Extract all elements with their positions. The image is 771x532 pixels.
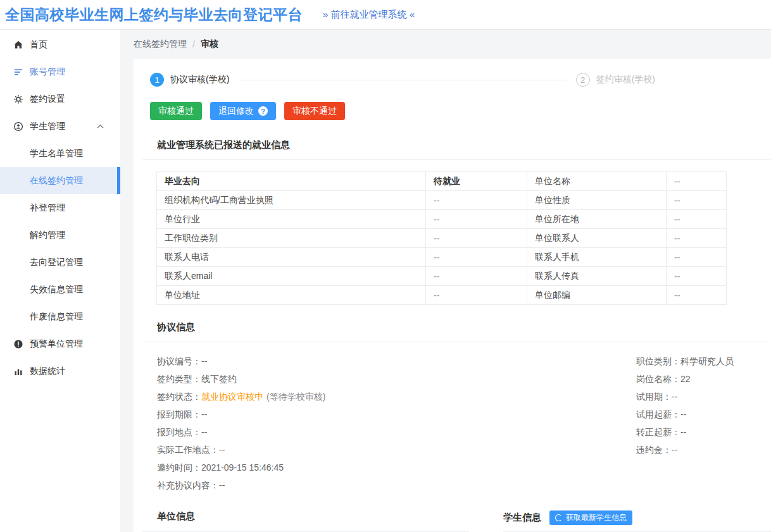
breadcrumb: 在线签约管理 / 审核 (120, 30, 771, 59)
sidebar-item-account[interactable]: 账号管理 (0, 58, 120, 85)
sidebar-item-online-signing[interactable]: 在线签约管理 (0, 167, 120, 194)
info-row-regular-salary: 转正起薪：-- (636, 423, 771, 441)
table-cell: 待就业 (426, 172, 527, 191)
approve-button[interactable]: 审核通过 (150, 102, 202, 120)
home-icon (13, 40, 23, 50)
sidebar-item-label: 作废信息管理 (30, 311, 83, 323)
student-info-title: 学生信息 (503, 512, 541, 524)
main-area: 在线签约管理 / 审核 1 协议审核(学校) 2 签约审核(学校) (120, 30, 771, 532)
info-row-penalty: 违约金：-- (636, 441, 771, 459)
info-label: 实际工作地点： (157, 445, 219, 455)
info-value: -- (219, 480, 225, 490)
step-connector-line (238, 80, 567, 80)
sidebar-item-label: 首页 (30, 39, 47, 51)
refresh-student-info-button[interactable]: 获取最新学生信息 (549, 510, 632, 525)
company-info-title: 单位信息 (157, 510, 469, 523)
send-back-button-label: 退回修改 (218, 106, 254, 117)
info-row-supplement-content: 补充协议内容：-- (157, 476, 771, 494)
agreement-info-title: 协议信息 (157, 321, 771, 333)
warning-icon (13, 339, 23, 349)
info-label: 签约类型： (157, 374, 201, 384)
table-row: 组织机构代码/工商营业执照 -- 单位性质 -- (157, 191, 727, 210)
table-row: 单位地址 -- 单位邮编 -- (157, 286, 727, 305)
info-row-probation: 试用期：-- (636, 388, 771, 405)
send-back-button[interactable]: 退回修改 ? (210, 102, 276, 120)
sidebar-item-home[interactable]: 首页 (0, 31, 120, 58)
question-mark-icon: ? (258, 106, 268, 116)
steps: 1 协议审核(学校) 2 签约审核(学校) (150, 73, 771, 87)
info-value: -- (201, 356, 207, 366)
breadcrumb-current: 审核 (201, 39, 218, 50)
info-label: 签约状态： (157, 392, 201, 402)
info-label: 试用起薪： (636, 409, 680, 419)
table-cell: -- (426, 229, 527, 248)
table-cell: 联系人传真 (527, 267, 667, 286)
sidebar-item-invalid-info[interactable]: 失效信息管理 (0, 276, 120, 303)
sidebar-item-label: 数据统计 (30, 366, 65, 377)
table-row: 毕业去向 待就业 单位名称 -- (157, 172, 727, 191)
portal-link[interactable]: » 前往就业管理系统 « (323, 9, 415, 21)
table-cell: -- (667, 286, 727, 305)
sidebar-item-label: 学生管理 (30, 121, 65, 132)
info-value: -- (201, 409, 207, 419)
sidebar-item-voided-info[interactable]: 作废信息管理 (0, 303, 120, 330)
action-buttons: 审核通过 退回修改 ? 审核不通过 (150, 102, 771, 120)
reject-button[interactable]: 审核不通过 (284, 102, 345, 120)
table-cell: -- (426, 210, 527, 229)
info-row-position-name: 岗位名称：22 (636, 370, 771, 388)
table-cell: 毕业去向 (157, 172, 426, 191)
gear-icon (13, 94, 23, 104)
sidebar-item-destination-reg[interactable]: 去向登记管理 (0, 249, 120, 276)
sidebar-item-label: 账号管理 (30, 66, 65, 78)
info-value: 2021-09-15 15:46:45 (201, 462, 284, 473)
app-header: 全国高校毕业生网上签约与毕业去向登记平台 » 前往就业管理系统 « (0, 0, 771, 30)
table-row: 联系人电话 -- 联系人手机 -- (157, 248, 727, 267)
table-cell: -- (667, 172, 727, 191)
table-cell: 单位地址 (157, 286, 426, 305)
info-row-invite-time: 邀约时间：2021-09-15 15:46:45 (157, 459, 771, 476)
refresh-icon (555, 514, 562, 521)
sidebar-item-statistics[interactable]: 数据统计 (0, 357, 120, 385)
sidebar-item-student-mgmt[interactable]: 学生管理 (0, 113, 120, 140)
student-info-section: 学生信息 获取最新学生信息 (503, 510, 771, 532)
info-label: 岗位名称： (636, 374, 680, 384)
sidebar-item-label: 失效信息管理 (30, 284, 83, 295)
sidebar-item-label: 去向登记管理 (30, 257, 83, 268)
sidebar-item-label: 补登管理 (30, 202, 65, 214)
info-value: -- (219, 445, 225, 455)
info-value: -- (672, 392, 677, 402)
info-value: -- (680, 427, 686, 437)
sidebar-item-label: 解约管理 (30, 230, 65, 241)
info-label: 邀约时间： (157, 462, 201, 473)
app-title: 全国高校毕业生网上签约与毕业去向登记平台 (5, 5, 303, 25)
info-label: 违约金： (636, 445, 672, 455)
info-label: 报到期限： (157, 409, 201, 419)
account-list-icon (13, 67, 23, 77)
status-badge: 就业协议审核中 (201, 392, 263, 402)
table-cell: -- (667, 267, 727, 286)
step-1-circle: 1 (150, 73, 164, 87)
refresh-button-label: 获取最新学生信息 (566, 512, 627, 523)
table-cell: -- (667, 210, 727, 229)
breadcrumb-parent[interactable]: 在线签约管理 (134, 39, 187, 50)
table-cell: 组织机构代码/工商营业执照 (157, 191, 426, 210)
table-cell: 单位行业 (157, 210, 426, 229)
sidebar-item-sign-settings[interactable]: 签约设置 (0, 85, 120, 113)
sidebar-item-termination[interactable]: 解约管理 (0, 221, 120, 249)
sidebar-item-warning-units[interactable]: 预警单位管理 (0, 330, 120, 357)
table-cell: -- (426, 248, 527, 267)
sidebar-item-student-list[interactable]: 学生名单管理 (0, 140, 120, 167)
info-label: 协议编号： (157, 356, 201, 366)
info-label: 试用期： (636, 392, 672, 402)
table-cell: 单位联系人 (527, 229, 667, 248)
info-label: 补充协议内容： (157, 480, 219, 490)
bar-chart-icon (13, 366, 23, 376)
section-divider (142, 159, 771, 160)
table-cell: -- (667, 191, 727, 210)
info-value: -- (680, 409, 686, 419)
sidebar-item-supplement[interactable]: 补登管理 (0, 194, 120, 221)
table-cell: 联系人手机 (527, 248, 667, 267)
table-row: 单位行业 -- 单位所在地 -- (157, 210, 727, 229)
sidebar: 首页 账号管理 签约设置 学生管理 学生名单管理 在线签约管理 补登管理 解约管… (0, 30, 120, 532)
table-cell: 单位性质 (527, 191, 667, 210)
